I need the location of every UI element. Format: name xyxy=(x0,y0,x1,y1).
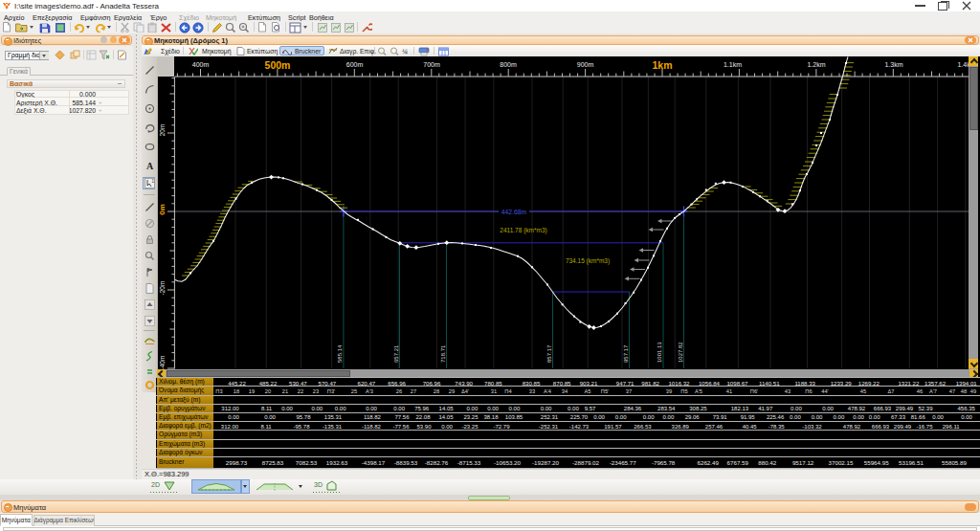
svg-text:-40m: -40m xyxy=(159,356,166,370)
svg-text:0m: 0m xyxy=(158,204,167,215)
svg-text:1.2km: 1.2km xyxy=(807,61,825,68)
svg-text:1.1km: 1.1km xyxy=(724,61,742,68)
svg-text:20m: 20m xyxy=(159,124,166,137)
svg-text:442.68m: 442.68m xyxy=(501,209,527,215)
svg-text:700m: 700m xyxy=(423,61,440,68)
svg-text:585.14: 585.14 xyxy=(337,344,343,363)
svg-text:734.15 (km*m3): 734.15 (km*m3) xyxy=(566,257,610,265)
svg-text:957.17: 957.17 xyxy=(623,344,629,363)
svg-text:718.71: 718.71 xyxy=(440,344,446,363)
svg-text:400m: 400m xyxy=(192,61,210,68)
svg-text:657.21: 657.21 xyxy=(393,344,399,363)
svg-text:900m: 900m xyxy=(577,61,594,68)
svg-text:2411.78 (km*m3): 2411.78 (km*m3) xyxy=(500,227,546,234)
svg-text:-20m: -20m xyxy=(159,281,166,296)
svg-text:1.3km: 1.3km xyxy=(884,61,902,68)
svg-text:1027.82: 1027.82 xyxy=(678,342,683,363)
svg-text:500m: 500m xyxy=(265,59,291,71)
svg-text:857.17: 857.17 xyxy=(546,344,552,363)
svg-text:1km: 1km xyxy=(652,59,672,71)
svg-text:600m: 600m xyxy=(346,61,364,68)
svg-text:800m: 800m xyxy=(500,61,517,68)
svg-text:1001.13: 1001.13 xyxy=(657,342,662,363)
